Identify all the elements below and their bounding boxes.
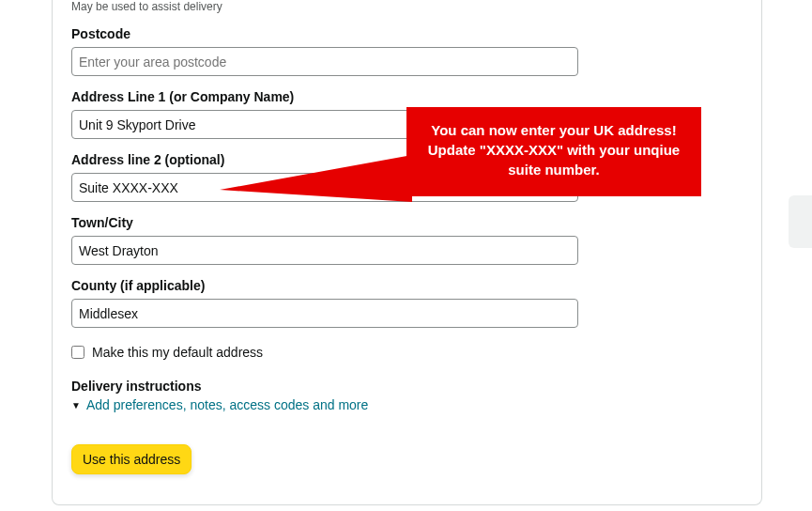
postcode-group: Postcode — [71, 26, 578, 76]
callout-line-2: Update "XXXX-XXX" with your unqiue — [420, 140, 688, 160]
address-form-card: May be used to assist delivery Postcode … — [52, 0, 762, 505]
add-preferences-link[interactable]: Add preferences, notes, access codes and… — [86, 397, 368, 412]
callout-line-3: suite number. — [420, 160, 688, 179]
postcode-label: Postcode — [71, 26, 578, 41]
postcode-input[interactable] — [71, 47, 578, 76]
default-address-label: Make this my default address — [92, 345, 263, 360]
chevron-down-icon: ▼ — [71, 400, 81, 410]
svg-marker-0 — [220, 155, 412, 202]
form-inner: May be used to assist delivery Postcode … — [71, 0, 578, 474]
city-label: Town/City — [71, 215, 578, 230]
callout-line-1: You can now enter your UK address! — [420, 120, 688, 140]
default-address-row: Make this my default address — [71, 345, 578, 360]
county-label: County (if applicable) — [71, 278, 578, 293]
city-group: Town/City — [71, 215, 578, 265]
prefs-link-row[interactable]: ▼ Add preferences, notes, access codes a… — [71, 397, 578, 412]
county-group: County (if applicable) — [71, 278, 578, 328]
instruction-callout: You can now enter your UK address! Updat… — [406, 107, 701, 196]
phone-hint-text: May be used to assist delivery — [71, 0, 578, 13]
county-input[interactable] — [71, 299, 578, 328]
use-this-address-button[interactable]: Use this address — [71, 444, 192, 474]
side-panel-strip — [789, 195, 812, 248]
delivery-instructions-heading: Delivery instructions — [71, 379, 578, 394]
city-input[interactable] — [71, 236, 578, 265]
default-address-checkbox[interactable] — [71, 346, 84, 359]
address1-label: Address Line 1 (or Company Name) — [71, 89, 578, 104]
